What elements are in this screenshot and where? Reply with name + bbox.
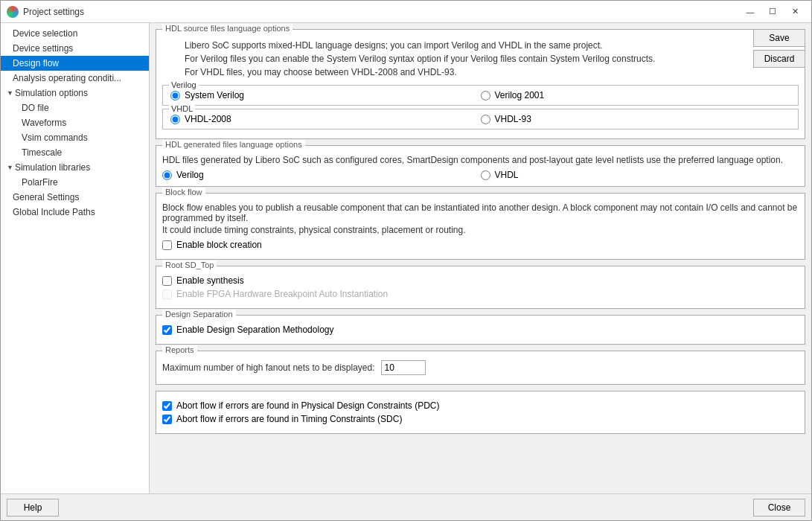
system-verilog-option: System Verilog [170, 90, 481, 100]
abort-sdc-row: Abort flow if errors are found in Timing… [162, 414, 799, 424]
enable-synthesis-label: Enable synthesis [176, 275, 244, 286]
enable-design-separation-row: Enable Design Separation Methodology [162, 325, 799, 335]
close-button[interactable]: ✕ [784, 4, 805, 20]
sidebar-item-polarfire[interactable]: PolarFire [1, 175, 149, 190]
action-buttons: Save Discard [753, 29, 805, 68]
vhdl-93-radio[interactable] [481, 115, 490, 124]
block-flow-title: Block flow [162, 188, 205, 196]
sidebar-item-simulation-libraries[interactable]: ▼ Simulation libraries [1, 160, 149, 175]
system-verilog-radio[interactable] [170, 91, 180, 100]
hdl-source-title: HDL source files language options [162, 24, 292, 33]
abort-pdc-checkbox[interactable] [162, 401, 172, 411]
sidebar-item-do-file[interactable]: DO file [1, 100, 149, 115]
enable-synthesis-checkbox[interactable] [162, 276, 172, 286]
reports-title: Reports [162, 345, 197, 354]
hdl-generated-info: HDL files generated by Libero SoC such a… [162, 155, 799, 165]
generated-verilog-label: Verilog [176, 170, 204, 180]
vhdl-2008-radio[interactable] [170, 115, 180, 124]
sidebar-item-design-flow[interactable]: Design flow [1, 56, 149, 71]
info-text-1: Libero SoC supports mixed-HDL language d… [185, 39, 799, 79]
verilog-group-title: Verilog [169, 80, 199, 89]
sidebar-item-analysis-operating[interactable]: Analysis operating conditi... [1, 71, 149, 86]
verilog-2001-radio[interactable] [481, 91, 490, 100]
enable-block-creation-checkbox[interactable] [162, 240, 172, 250]
sidebar-item-waveforms[interactable]: Waveforms [1, 115, 149, 130]
sidebar-item-global-include-paths[interactable]: Global Include Paths [1, 205, 149, 220]
max-fanout-input[interactable] [381, 360, 426, 375]
vhdl-group-title: VHDL [169, 104, 195, 113]
root-sd-group: Root SD_Top Enable synthesis Enable FPGA… [156, 266, 805, 309]
vhdl-93-label: VHDL-93 [495, 114, 531, 124]
vhdl-2008-option: VHDL-2008 [170, 114, 481, 124]
max-fanout-row: Maximum number of high fanout nets to be… [162, 360, 799, 375]
enable-design-separation-checkbox[interactable] [162, 325, 172, 335]
right-panel: HDL source files language options Libero… [150, 23, 811, 493]
project-settings-window: Project settings — ☐ ✕ Device selection … [0, 0, 812, 521]
discard-button[interactable]: Discard [753, 50, 805, 68]
vhdl-93-option: VHDL-93 [481, 114, 791, 124]
hdl-generated-title: HDL generated files language options [162, 140, 305, 149]
root-sd-title: Root SD_Top [162, 260, 217, 269]
sidebar-item-vsim-commands[interactable]: Vsim commands [1, 130, 149, 145]
system-verilog-label: System Verilog [185, 90, 244, 100]
verilog-2001-option: Verilog 2001 [481, 90, 791, 100]
block-flow-info: Block flow enables you to publish a reus… [162, 202, 799, 223]
vhdl-group: VHDL VHDL-2008 VHDL-93 [162, 109, 799, 130]
abort-sdc-label: Abort flow if errors are found in Timing… [176, 414, 402, 424]
sidebar-item-simulation-options[interactable]: ▼ Simulation options [1, 86, 149, 100]
verilog-group: Verilog System Verilog Verilog 2001 [162, 85, 799, 106]
design-separation-title: Design Separation [162, 310, 236, 319]
verilog-2001-label: Verilog 2001 [495, 90, 545, 100]
enable-block-creation-row: Enable block creation [162, 240, 799, 250]
sidebar-item-device-settings[interactable]: Device settings [1, 41, 149, 56]
enable-fpga-checkbox[interactable] [162, 290, 172, 299]
max-fanout-label: Maximum number of high fanout nets to be… [162, 362, 375, 373]
enable-synthesis-row: Enable synthesis [162, 275, 799, 286]
abort-pdc-row: Abort flow if errors are found in Physic… [162, 400, 799, 411]
expand-icon: ▼ [7, 89, 13, 97]
close-bottom-button[interactable]: Close [753, 499, 805, 517]
vhdl-radio-row: VHDL-2008 VHDL-93 [170, 114, 790, 124]
design-separation-group: Design Separation Enable Design Separati… [156, 315, 805, 345]
enable-block-creation-label: Enable block creation [176, 240, 262, 250]
generated-vhdl-label: VHDL [495, 170, 519, 180]
minimize-button[interactable]: — [740, 4, 761, 20]
sidebar-item-device-selection[interactable]: Device selection [1, 26, 149, 41]
reports-group: Reports Maximum number of high fanout ne… [156, 351, 805, 385]
verilog-radio-row: System Verilog Verilog 2001 [170, 90, 790, 100]
bottom-bar: Help Close [1, 493, 811, 520]
save-button[interactable]: Save [753, 29, 805, 47]
enable-fpga-label: Enable FPGA Hardware Breakpoint Auto Ins… [176, 289, 388, 299]
enable-design-separation-label: Enable Design Separation Methodology [176, 325, 333, 335]
help-button[interactable]: Help [7, 499, 59, 517]
hdl-generated-group: HDL generated files language options HDL… [156, 145, 805, 187]
sidebar-item-general-settings[interactable]: General Settings [1, 190, 149, 205]
block-flow-group: Block flow Block flow enables you to pub… [156, 193, 805, 260]
generated-verilog-radio[interactable] [162, 170, 172, 180]
window-title: Project settings [23, 7, 740, 17]
vhdl-2008-label: VHDL-2008 [185, 114, 231, 124]
enable-fpga-row: Enable FPGA Hardware Breakpoint Auto Ins… [162, 289, 799, 299]
abort-options-group: Abort flow if errors are found in Physic… [156, 391, 805, 434]
abort-pdc-label: Abort flow if errors are found in Physic… [176, 400, 439, 411]
title-bar: Project settings — ☐ ✕ [1, 1, 811, 23]
sidebar-item-timescale[interactable]: Timescale [1, 145, 149, 160]
hdl-source-group: HDL source files language options Libero… [156, 29, 805, 139]
generated-verilog-option: Verilog [162, 170, 481, 180]
window-icon [7, 6, 19, 18]
generated-vhdl-option: VHDL [481, 170, 799, 180]
hdl-generated-radio-row: Verilog VHDL [162, 170, 799, 180]
block-flow-info2: It could include timing constraints, phy… [162, 225, 799, 235]
maximize-button[interactable]: ☐ [762, 4, 783, 20]
window-controls: — ☐ ✕ [740, 4, 805, 20]
expand-icon2: ▼ [7, 164, 13, 171]
sidebar: Device selection Device settings Design … [1, 23, 150, 493]
generated-vhdl-radio[interactable] [481, 170, 490, 180]
abort-sdc-checkbox[interactable] [162, 415, 172, 424]
